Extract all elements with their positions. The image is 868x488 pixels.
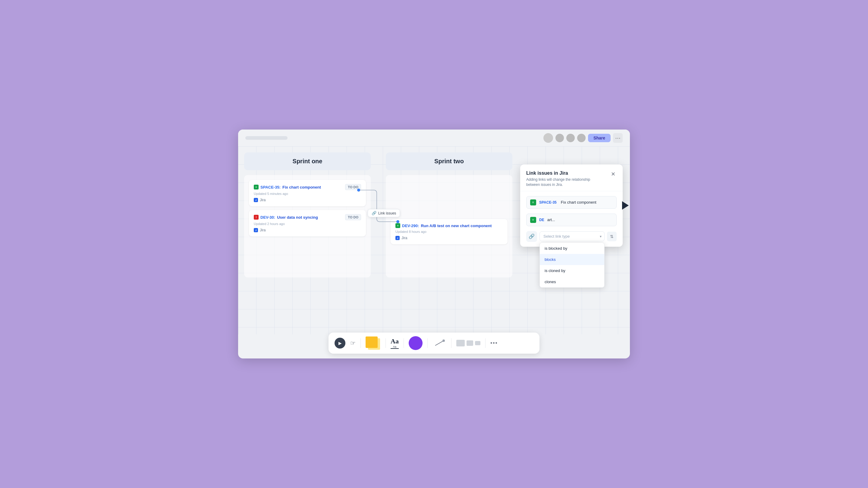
select-wrapper: Select link type is blocked by blocks is… xyxy=(539,231,604,241)
toolbar-divider-5 xyxy=(451,338,452,348)
avatar-2 xyxy=(555,134,564,142)
dialog-title: Link issues in Jira xyxy=(526,170,598,176)
dropdown-option-clones[interactable]: clones xyxy=(540,276,604,287)
dropdown-option-is-cloned-by[interactable]: is cloned by xyxy=(540,265,604,276)
connector-tool[interactable] xyxy=(433,336,446,350)
svg-point-4 xyxy=(442,339,445,342)
more-button[interactable]: ⋯ xyxy=(613,133,623,143)
issue-id-dev30: DEV-30: xyxy=(260,215,275,220)
sprint-column-1: Sprint one ≡ SPACE-35: Fix chart compone… xyxy=(244,153,371,278)
issue-icon-dev30: ! xyxy=(254,215,258,220)
canvas-area: Sprint one ≡ SPACE-35: Fix chart compone… xyxy=(238,147,630,334)
issue-meta-dev290: Updated 8 hours ago xyxy=(396,230,503,233)
shape-circle-tool[interactable] xyxy=(409,336,423,350)
issue-card-space35[interactable]: ≡ SPACE-35: Fix chart component TO DO Up… xyxy=(249,180,366,206)
logo-placeholder xyxy=(245,136,287,140)
dialog-link-icon-wrap: 🔗 xyxy=(526,231,537,242)
sticky-note-tool[interactable] xyxy=(366,336,381,350)
sticky-front xyxy=(366,336,378,348)
issue-icon-space35: ≡ xyxy=(254,185,258,190)
issue-title-dev290: Run A/B test on new chart component xyxy=(421,224,492,228)
link-issues-bubble[interactable]: 🔗 Link issues xyxy=(368,209,400,217)
dialog-link-row: 🔗 Select link type is blocked by blocks … xyxy=(526,231,617,242)
avatar-4 xyxy=(577,134,586,142)
issue-footer-space35: J Jira xyxy=(254,198,361,202)
issue-id-space35: SPACE-35: xyxy=(260,185,281,190)
dialog-header: Link issues in Jira Adding links will ch… xyxy=(520,164,623,191)
play-button[interactable]: ▶ xyxy=(335,338,345,349)
toolbar-divider-6 xyxy=(485,338,486,348)
link-type-dropdown: is blocked by blocks is cloned by clones xyxy=(539,242,604,288)
card-header-dev30: ! DEV-30: User data not syncing TO DO xyxy=(254,214,361,220)
toolbar-more-button[interactable]: ••• xyxy=(490,340,498,347)
link-issues-container: 🔗 Link issues xyxy=(368,209,400,217)
toolbar-divider-3 xyxy=(404,338,404,348)
svg-line-3 xyxy=(435,341,444,346)
issue-meta-space35: Updated 5 minutes ago xyxy=(254,192,361,195)
dialog-swap-button[interactable]: ⇅ xyxy=(607,232,617,241)
jira-label-space35: Jira xyxy=(260,198,266,202)
issue-title-space35: Fix chart component xyxy=(282,185,321,190)
link-issues-dialog: Link issues in Jira Adding links will ch… xyxy=(520,164,623,247)
text-tool-label: Aa xyxy=(391,337,399,345)
shapes-tool[interactable] xyxy=(456,340,480,347)
shape-rect-medium xyxy=(467,340,473,346)
sprint-2-title: Sprint two xyxy=(434,158,464,164)
shape-rect-large xyxy=(456,340,465,347)
hand-tool[interactable]: ☞ xyxy=(350,339,355,347)
dropdown-option-is-blocked-by[interactable]: is blocked by xyxy=(540,243,604,254)
chain-icon: 🔗 xyxy=(529,233,535,239)
issue-id-dev290: DEV-290: xyxy=(402,224,419,228)
dialog-close-button[interactable]: ✕ xyxy=(610,170,617,178)
status-badge-dev30: TO DO xyxy=(345,214,361,220)
link-chain-icon: 🔗 xyxy=(372,211,376,216)
sprint-1-title: Sprint one xyxy=(293,158,322,164)
play-icon: ▶ xyxy=(338,341,342,346)
dialog-second-issue-title-partial: art... xyxy=(547,218,555,222)
toolbar-divider-1 xyxy=(361,338,361,348)
issue-footer-dev290: J Jira xyxy=(396,236,503,240)
dialog-body: ≡ SPACE-35 Fix chart component ≡ DE art.… xyxy=(520,191,623,247)
issue-icon-dev290: ≡ xyxy=(396,223,400,228)
dialog-issue-title: Fix chart component xyxy=(561,200,596,204)
jira-label-dev30: Jira xyxy=(260,228,266,232)
text-tool-sub: Aa xyxy=(391,345,399,349)
jira-logo-dev290: J xyxy=(396,236,400,240)
link-issues-label: Link issues xyxy=(378,211,396,216)
dialog-second-issue-icon: ≡ xyxy=(530,217,536,223)
dialog-issue-icon: ≡ xyxy=(530,199,536,205)
top-bar-right: Share ⋯ xyxy=(544,133,623,143)
dialog-issue-id: SPACE-35 xyxy=(539,200,557,204)
jira-label-dev290: Jira xyxy=(401,236,407,240)
sprint-column-2: Sprint two ≡ DEV-290: Run A/B test on ne… xyxy=(386,153,513,278)
app-window: Share ⋯ Sprint one ≡ SPACE-35: Fix char xyxy=(238,130,630,358)
dialog-issue-row: ≡ SPACE-35 Fix chart component xyxy=(526,196,617,209)
dialog-second-issue-id: DE xyxy=(539,218,544,222)
issue-title-dev30: User data not syncing xyxy=(277,215,318,220)
bottom-toolbar: ▶ ☞ Aa Aa ••• xyxy=(329,332,539,354)
text-tool[interactable]: Aa Aa xyxy=(391,337,399,349)
dialog-header-text: Link issues in Jira Adding links will ch… xyxy=(526,170,598,187)
issue-card-dev290[interactable]: ≡ DEV-290: Run A/B test on new chart com… xyxy=(391,219,507,244)
sprint-2-header: Sprint two xyxy=(386,153,513,170)
toolbar-divider-4 xyxy=(427,338,428,348)
connector-tool-icon xyxy=(433,336,446,350)
status-badge-space35: TO DO xyxy=(345,184,361,190)
jira-logo-dev30: J xyxy=(254,228,258,232)
sprint-2-body: ≡ DEV-290: Run A/B test on new chart com… xyxy=(386,175,513,278)
avatar-1 xyxy=(544,133,553,143)
card-header-dev290: ≡ DEV-290: Run A/B test on new chart com… xyxy=(396,223,503,228)
dialog-subtitle: Adding links will change the relationshi… xyxy=(526,177,598,187)
shape-rect-small xyxy=(475,341,480,345)
jira-logo-space35: J xyxy=(254,198,258,202)
dialog-second-issue-row: ≡ DE art... xyxy=(526,214,617,226)
issue-card-dev30[interactable]: ! DEV-30: User data not syncing TO DO Up… xyxy=(249,210,366,236)
card-header-space35: ≡ SPACE-35: Fix chart component TO DO xyxy=(254,184,361,190)
top-bar: Share ⋯ xyxy=(238,130,630,147)
issue-meta-dev30: Updated 2 hours ago xyxy=(254,222,361,226)
link-type-select[interactable]: Select link type is blocked by blocks is… xyxy=(539,231,604,241)
issue-footer-dev30: J Jira xyxy=(254,228,361,232)
dropdown-option-blocks[interactable]: blocks xyxy=(540,254,604,265)
share-button[interactable]: Share xyxy=(588,134,611,142)
sprint-1-body: ≡ SPACE-35: Fix chart component TO DO Up… xyxy=(244,175,371,278)
